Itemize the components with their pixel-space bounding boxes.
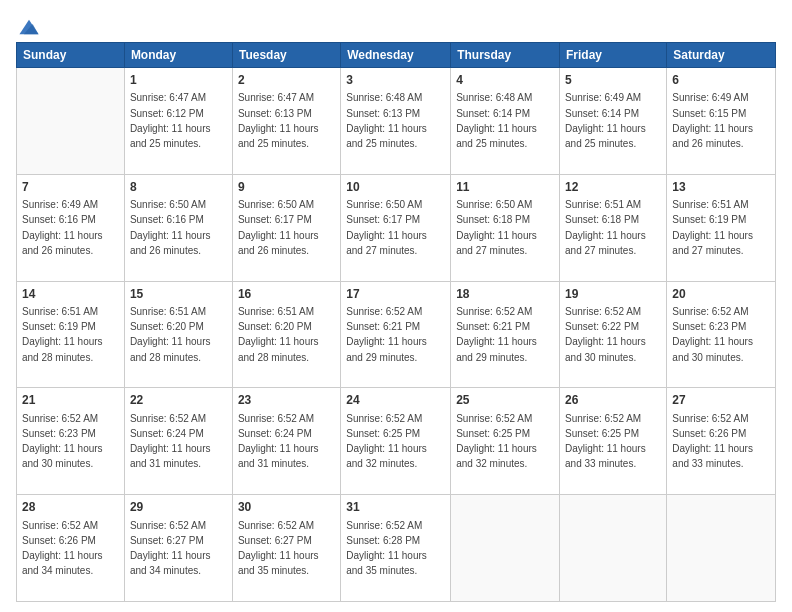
calendar-day-cell: 18Sunrise: 6:52 AM Sunset: 6:21 PM Dayli… bbox=[451, 281, 560, 388]
calendar-header-cell: Sunday bbox=[17, 43, 125, 68]
day-info: Sunrise: 6:51 AM Sunset: 6:20 PM Dayligh… bbox=[130, 306, 211, 363]
day-number: 14 bbox=[22, 286, 119, 303]
day-info: Sunrise: 6:49 AM Sunset: 6:16 PM Dayligh… bbox=[22, 199, 103, 256]
day-info: Sunrise: 6:52 AM Sunset: 6:28 PM Dayligh… bbox=[346, 520, 427, 577]
calendar-header-cell: Thursday bbox=[451, 43, 560, 68]
day-info: Sunrise: 6:51 AM Sunset: 6:19 PM Dayligh… bbox=[672, 199, 753, 256]
calendar-day-cell: 16Sunrise: 6:51 AM Sunset: 6:20 PM Dayli… bbox=[232, 281, 340, 388]
day-info: Sunrise: 6:52 AM Sunset: 6:24 PM Dayligh… bbox=[238, 413, 319, 470]
day-number: 1 bbox=[130, 72, 227, 89]
calendar-header-cell: Friday bbox=[560, 43, 667, 68]
day-info: Sunrise: 6:52 AM Sunset: 6:25 PM Dayligh… bbox=[346, 413, 427, 470]
logo-icon bbox=[18, 16, 40, 38]
calendar-day-cell: 23Sunrise: 6:52 AM Sunset: 6:24 PM Dayli… bbox=[232, 388, 340, 495]
calendar-day-cell: 27Sunrise: 6:52 AM Sunset: 6:26 PM Dayli… bbox=[667, 388, 776, 495]
day-info: Sunrise: 6:50 AM Sunset: 6:17 PM Dayligh… bbox=[238, 199, 319, 256]
calendar-day-cell: 1Sunrise: 6:47 AM Sunset: 6:12 PM Daylig… bbox=[124, 68, 232, 175]
logo-text bbox=[16, 16, 40, 38]
calendar-day-cell: 13Sunrise: 6:51 AM Sunset: 6:19 PM Dayli… bbox=[667, 174, 776, 281]
calendar-day-cell: 8Sunrise: 6:50 AM Sunset: 6:16 PM Daylig… bbox=[124, 174, 232, 281]
calendar-day-cell: 2Sunrise: 6:47 AM Sunset: 6:13 PM Daylig… bbox=[232, 68, 340, 175]
day-number: 20 bbox=[672, 286, 770, 303]
day-number: 29 bbox=[130, 499, 227, 516]
day-number: 2 bbox=[238, 72, 335, 89]
day-info: Sunrise: 6:49 AM Sunset: 6:14 PM Dayligh… bbox=[565, 92, 646, 149]
calendar-day-cell: 19Sunrise: 6:52 AM Sunset: 6:22 PM Dayli… bbox=[560, 281, 667, 388]
calendar-day-cell: 31Sunrise: 6:52 AM Sunset: 6:28 PM Dayli… bbox=[341, 495, 451, 602]
day-info: Sunrise: 6:52 AM Sunset: 6:21 PM Dayligh… bbox=[456, 306, 537, 363]
day-info: Sunrise: 6:52 AM Sunset: 6:27 PM Dayligh… bbox=[238, 520, 319, 577]
calendar-day-cell bbox=[667, 495, 776, 602]
day-info: Sunrise: 6:52 AM Sunset: 6:25 PM Dayligh… bbox=[456, 413, 537, 470]
logo bbox=[16, 16, 40, 34]
calendar-day-cell: 17Sunrise: 6:52 AM Sunset: 6:21 PM Dayli… bbox=[341, 281, 451, 388]
calendar-week-row: 21Sunrise: 6:52 AM Sunset: 6:23 PM Dayli… bbox=[17, 388, 776, 495]
calendar-day-cell: 25Sunrise: 6:52 AM Sunset: 6:25 PM Dayli… bbox=[451, 388, 560, 495]
day-number: 4 bbox=[456, 72, 554, 89]
day-number: 12 bbox=[565, 179, 661, 196]
day-info: Sunrise: 6:52 AM Sunset: 6:26 PM Dayligh… bbox=[22, 520, 103, 577]
day-info: Sunrise: 6:47 AM Sunset: 6:12 PM Dayligh… bbox=[130, 92, 211, 149]
day-info: Sunrise: 6:48 AM Sunset: 6:13 PM Dayligh… bbox=[346, 92, 427, 149]
day-number: 13 bbox=[672, 179, 770, 196]
calendar-day-cell: 9Sunrise: 6:50 AM Sunset: 6:17 PM Daylig… bbox=[232, 174, 340, 281]
day-number: 25 bbox=[456, 392, 554, 409]
day-number: 16 bbox=[238, 286, 335, 303]
day-number: 10 bbox=[346, 179, 445, 196]
calendar-header-row: SundayMondayTuesdayWednesdayThursdayFrid… bbox=[17, 43, 776, 68]
day-number: 26 bbox=[565, 392, 661, 409]
calendar-body: 1Sunrise: 6:47 AM Sunset: 6:12 PM Daylig… bbox=[17, 68, 776, 602]
calendar-day-cell: 30Sunrise: 6:52 AM Sunset: 6:27 PM Dayli… bbox=[232, 495, 340, 602]
calendar-day-cell: 24Sunrise: 6:52 AM Sunset: 6:25 PM Dayli… bbox=[341, 388, 451, 495]
day-number: 6 bbox=[672, 72, 770, 89]
calendar-day-cell: 15Sunrise: 6:51 AM Sunset: 6:20 PM Dayli… bbox=[124, 281, 232, 388]
day-number: 3 bbox=[346, 72, 445, 89]
day-info: Sunrise: 6:51 AM Sunset: 6:20 PM Dayligh… bbox=[238, 306, 319, 363]
day-number: 22 bbox=[130, 392, 227, 409]
day-number: 15 bbox=[130, 286, 227, 303]
day-number: 31 bbox=[346, 499, 445, 516]
calendar-week-row: 14Sunrise: 6:51 AM Sunset: 6:19 PM Dayli… bbox=[17, 281, 776, 388]
calendar-header-cell: Monday bbox=[124, 43, 232, 68]
day-number: 7 bbox=[22, 179, 119, 196]
calendar-table: SundayMondayTuesdayWednesdayThursdayFrid… bbox=[16, 42, 776, 602]
calendar-day-cell: 21Sunrise: 6:52 AM Sunset: 6:23 PM Dayli… bbox=[17, 388, 125, 495]
calendar-day-cell: 26Sunrise: 6:52 AM Sunset: 6:25 PM Dayli… bbox=[560, 388, 667, 495]
day-info: Sunrise: 6:52 AM Sunset: 6:24 PM Dayligh… bbox=[130, 413, 211, 470]
day-number: 11 bbox=[456, 179, 554, 196]
calendar-day-cell: 5Sunrise: 6:49 AM Sunset: 6:14 PM Daylig… bbox=[560, 68, 667, 175]
calendar-day-cell: 7Sunrise: 6:49 AM Sunset: 6:16 PM Daylig… bbox=[17, 174, 125, 281]
day-number: 23 bbox=[238, 392, 335, 409]
day-number: 17 bbox=[346, 286, 445, 303]
calendar-day-cell: 12Sunrise: 6:51 AM Sunset: 6:18 PM Dayli… bbox=[560, 174, 667, 281]
day-number: 8 bbox=[130, 179, 227, 196]
day-info: Sunrise: 6:52 AM Sunset: 6:25 PM Dayligh… bbox=[565, 413, 646, 470]
day-info: Sunrise: 6:52 AM Sunset: 6:26 PM Dayligh… bbox=[672, 413, 753, 470]
day-number: 27 bbox=[672, 392, 770, 409]
calendar-day-cell bbox=[451, 495, 560, 602]
day-number: 5 bbox=[565, 72, 661, 89]
calendar-week-row: 1Sunrise: 6:47 AM Sunset: 6:12 PM Daylig… bbox=[17, 68, 776, 175]
calendar-day-cell: 3Sunrise: 6:48 AM Sunset: 6:13 PM Daylig… bbox=[341, 68, 451, 175]
calendar-day-cell: 11Sunrise: 6:50 AM Sunset: 6:18 PM Dayli… bbox=[451, 174, 560, 281]
calendar-day-cell: 6Sunrise: 6:49 AM Sunset: 6:15 PM Daylig… bbox=[667, 68, 776, 175]
calendar-day-cell bbox=[560, 495, 667, 602]
day-info: Sunrise: 6:52 AM Sunset: 6:23 PM Dayligh… bbox=[672, 306, 753, 363]
calendar-header-cell: Tuesday bbox=[232, 43, 340, 68]
day-info: Sunrise: 6:50 AM Sunset: 6:17 PM Dayligh… bbox=[346, 199, 427, 256]
day-info: Sunrise: 6:52 AM Sunset: 6:21 PM Dayligh… bbox=[346, 306, 427, 363]
day-info: Sunrise: 6:51 AM Sunset: 6:18 PM Dayligh… bbox=[565, 199, 646, 256]
calendar-header-cell: Saturday bbox=[667, 43, 776, 68]
calendar-week-row: 28Sunrise: 6:52 AM Sunset: 6:26 PM Dayli… bbox=[17, 495, 776, 602]
day-number: 24 bbox=[346, 392, 445, 409]
calendar-day-cell: 20Sunrise: 6:52 AM Sunset: 6:23 PM Dayli… bbox=[667, 281, 776, 388]
day-info: Sunrise: 6:52 AM Sunset: 6:22 PM Dayligh… bbox=[565, 306, 646, 363]
day-info: Sunrise: 6:52 AM Sunset: 6:27 PM Dayligh… bbox=[130, 520, 211, 577]
day-info: Sunrise: 6:50 AM Sunset: 6:18 PM Dayligh… bbox=[456, 199, 537, 256]
day-number: 21 bbox=[22, 392, 119, 409]
calendar-header-cell: Wednesday bbox=[341, 43, 451, 68]
day-number: 30 bbox=[238, 499, 335, 516]
day-number: 28 bbox=[22, 499, 119, 516]
header bbox=[16, 16, 776, 34]
day-number: 19 bbox=[565, 286, 661, 303]
